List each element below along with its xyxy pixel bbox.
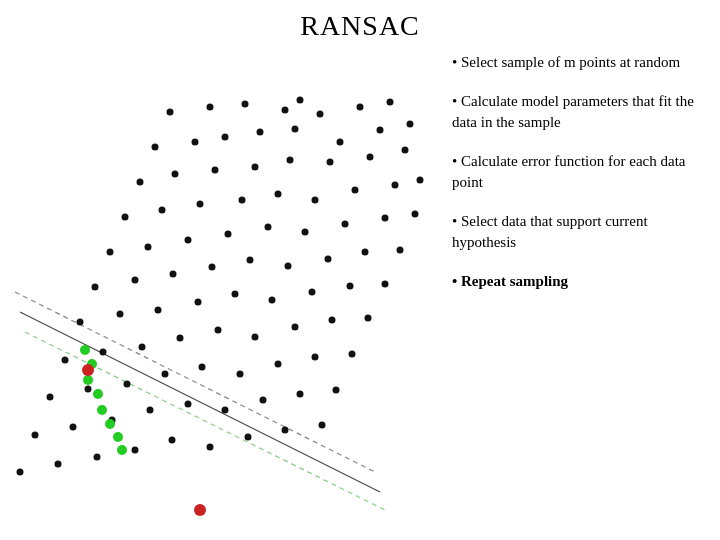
scatter-plot: [0, 42, 440, 532]
bullet-list: • Select sample of m points at random• C…: [440, 42, 720, 532]
page-title: RANSAC: [0, 0, 720, 42]
bullet-b2: • Calculate model parameters that fit th…: [452, 91, 708, 133]
bullet-b1: • Select sample of m points at random: [452, 52, 708, 73]
bullet-b5: • Repeat sampling: [452, 271, 708, 292]
bullet-b4: • Select data that support current hypot…: [452, 211, 708, 253]
bullet-b3: • Calculate error function for each data…: [452, 151, 708, 193]
